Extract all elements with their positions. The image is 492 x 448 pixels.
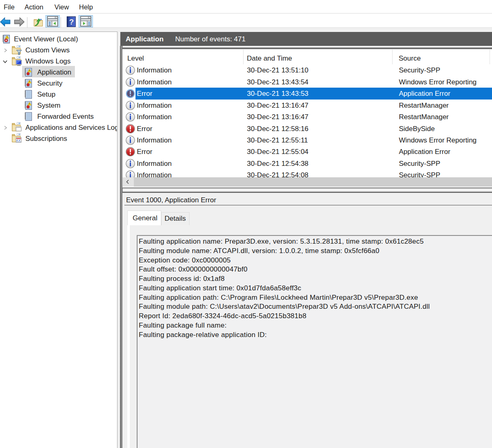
svg-text:?: ? [69,18,74,26]
